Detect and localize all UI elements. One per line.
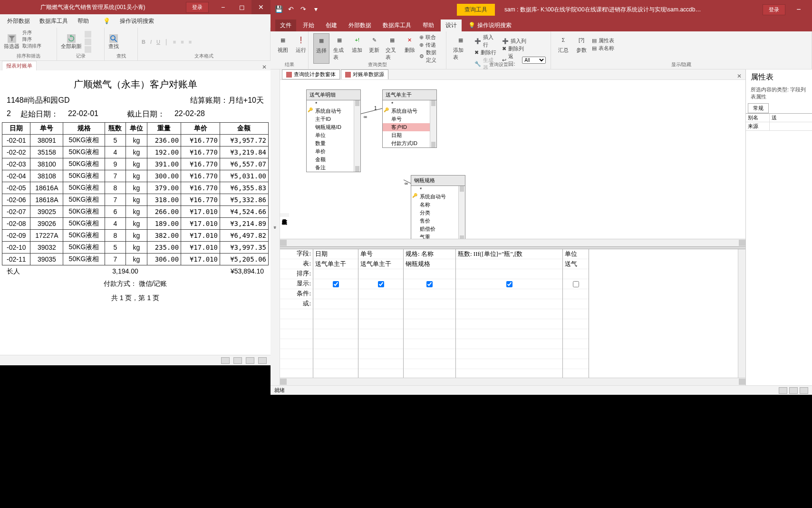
grid-field-cell[interactable]: 规格: 名称 [404, 249, 455, 259]
grid-hscroll[interactable] [280, 378, 745, 385]
grid-field-cell[interactable]: 日期 [313, 249, 358, 259]
grid-sort-cell[interactable] [404, 269, 455, 279]
grid-criteria-cell[interactable] [313, 359, 358, 369]
tab-externaldata[interactable]: 外部数据 [344, 20, 376, 31]
align-left-button[interactable]: ≡ [173, 39, 176, 45]
field-系统自动号[interactable]: 系统自动号 [307, 107, 360, 115]
insert-row-button[interactable]: ➕插入行 [474, 33, 499, 49]
grid-criteria-cell[interactable] [563, 289, 589, 299]
qat-customize-icon[interactable]: ▾ [311, 5, 320, 14]
select-query-button[interactable]: ▦选择 [313, 33, 329, 64]
grid-criteria-cell[interactable] [313, 319, 358, 329]
grid-criteria-cell[interactable] [313, 349, 358, 359]
property-value[interactable]: 送 [770, 114, 812, 122]
tell-me-search[interactable]: 操作说明搜索 [120, 17, 154, 25]
grid-table-cell[interactable]: 送气 [563, 259, 589, 269]
refresh-all-button[interactable]: 全部刷新 [61, 29, 82, 54]
grid-column[interactable]: 单位送气 [563, 249, 589, 378]
totals-button[interactable]: Σ汇总 [556, 33, 571, 55]
sort-desc[interactable]: 降序 [22, 36, 41, 43]
tab-help[interactable]: 帮助 [418, 20, 439, 31]
grid-criteria-cell[interactable] [563, 359, 589, 369]
grid-criteria-cell[interactable] [563, 319, 589, 329]
undo-icon[interactable]: ↶ [287, 5, 295, 14]
grid-vscroll[interactable] [738, 249, 745, 378]
grid-criteria-cell[interactable] [358, 289, 403, 299]
view-report-icon[interactable] [221, 357, 230, 364]
grid-table-cell[interactable]: 钢瓶规格 [404, 259, 455, 269]
grid-field-cell[interactable]: 瓶数: IIf([单位]="瓶",[数 [456, 249, 562, 259]
grid-table-cell[interactable] [456, 259, 562, 269]
grid-criteria-cell[interactable] [456, 309, 562, 319]
save-record-icon[interactable] [85, 39, 91, 45]
table-box-送气单明细[interactable]: 送气单明细*系统自动号主干ID钢瓶规格ID单位数量单价金额备注 [306, 89, 361, 172]
table-box-title[interactable]: 钢瓶规格 [411, 176, 465, 186]
field-数量[interactable]: 数量 [307, 139, 360, 147]
append-button[interactable]: +!追加 [349, 33, 365, 64]
field-赔偿价[interactable]: 赔偿价 [411, 225, 465, 233]
table-box-钢瓶规格[interactable]: 钢瓶规格*系统自动号名称分类售价赔偿价气重 [411, 175, 465, 239]
field-分类[interactable]: 分类 [411, 209, 465, 217]
view-design-icon[interactable] [800, 387, 808, 394]
canvas-hscroll[interactable] [280, 239, 745, 246]
grid-show-cell[interactable] [404, 279, 455, 289]
field-钢瓶规格ID[interactable]: 钢瓶规格ID [307, 123, 360, 131]
show-checkbox[interactable] [426, 281, 433, 287]
view-layout-icon[interactable] [246, 357, 254, 364]
grid-show-cell[interactable] [563, 279, 589, 289]
grid-field-cell[interactable]: 单位 [563, 249, 589, 259]
grid-criteria-cell[interactable] [404, 349, 455, 359]
update-button[interactable]: ✎更新 [367, 33, 382, 64]
props-tab-general[interactable]: 常规 [748, 103, 769, 113]
maketable-button[interactable]: ▦生成表 [331, 33, 348, 64]
show-checkbox[interactable] [573, 281, 579, 287]
props-grid[interactable]: 别名送来源 [746, 113, 812, 131]
grid-criteria-cell[interactable] [456, 339, 562, 349]
delete-button[interactable]: ✕删除 [402, 33, 417, 64]
maximize-button[interactable]: ◻ [232, 0, 251, 14]
table-scrollbar[interactable] [458, 186, 465, 239]
table-box-title[interactable]: 送气单明细 [307, 90, 360, 100]
bold-button[interactable]: B [142, 39, 145, 45]
filter-button[interactable]: 筛选器 [4, 29, 19, 54]
grid-column[interactable]: 瓶数: IIf([单位]="瓶",[数 [456, 249, 563, 378]
view-button[interactable]: ▦ 视图 [275, 33, 290, 55]
grid-criteria-cell[interactable] [563, 349, 589, 359]
save-icon[interactable]: 💾 [274, 5, 283, 14]
delete-col-button[interactable]: ✖删除列 [502, 45, 546, 52]
tab-dbtools[interactable]: 数据库工具 [378, 20, 416, 31]
grid-table-cell[interactable]: 送气单主干 [358, 259, 403, 269]
grid-criteria-cell[interactable] [456, 359, 562, 369]
grid-sort-cell[interactable] [456, 269, 562, 279]
close-button[interactable]: ✕ [251, 0, 271, 14]
crosstab-button[interactable]: ▦交叉表 [384, 33, 400, 64]
menu-dbtools[interactable]: 数据库工具 [39, 17, 68, 25]
show-checkbox[interactable] [378, 281, 384, 287]
grid-table-cell[interactable]: 送气单主干 [313, 259, 358, 269]
field-*[interactable]: * [383, 100, 436, 107]
field-备注[interactable]: 备注 [307, 164, 360, 172]
field-付款方式ID[interactable]: 付款方式ID [383, 139, 436, 147]
grid-criteria-cell[interactable] [358, 349, 403, 359]
grid-criteria-cell[interactable] [358, 329, 403, 339]
view-sql-icon[interactable] [789, 387, 798, 394]
grid-criteria-cell[interactable] [358, 359, 403, 369]
union-button[interactable]: ⊕联合 [419, 33, 441, 41]
tab-file[interactable]: 文件 [275, 20, 296, 31]
tell-me-search[interactable]: 操作说明搜索 [477, 21, 512, 29]
field-日期[interactable]: 日期 [383, 131, 436, 139]
find-button[interactable]: 查找 [108, 29, 119, 54]
property-row[interactable]: 来源 [746, 122, 812, 131]
right-minimize-button[interactable]: − [789, 5, 808, 14]
grid-columns[interactable]: 日期送气单主干单号送气单主干规格: 名称钢瓶规格瓶数: IIf([单位]="瓶"… [313, 249, 738, 378]
grid-column[interactable]: 日期送气单主干 [313, 249, 358, 378]
grid-sort-cell[interactable] [358, 269, 403, 279]
view-design-icon[interactable] [258, 357, 267, 364]
right-login-button[interactable]: 登录 [763, 4, 785, 15]
grid-criteria-cell[interactable] [358, 319, 403, 329]
delete-row-button[interactable]: ✖删除行 [474, 49, 499, 56]
grid-criteria-cell[interactable] [313, 299, 358, 309]
grid-criteria-cell[interactable] [404, 299, 455, 309]
table-names-button[interactable]: ▤表名称 [592, 44, 614, 52]
menu-externaldata[interactable]: 外部数据 [7, 17, 30, 25]
